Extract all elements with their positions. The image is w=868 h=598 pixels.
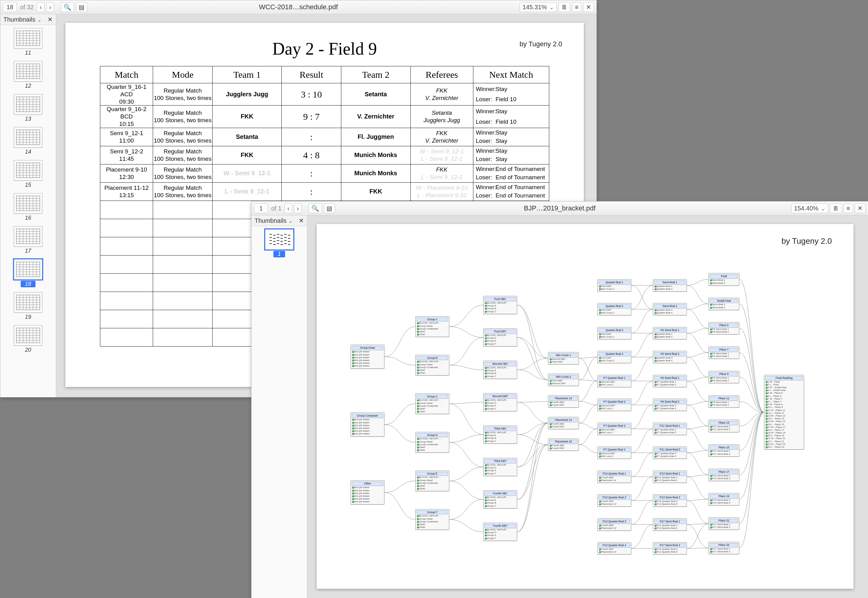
close-thumbnails-button[interactable]: ✕ [299,217,304,224]
bracket-node-line: P7 Quarter-final 1 [654,380,686,383]
close-thumbnails-button[interactable]: ✕ [48,16,53,23]
bracket-node-title: Group D [417,433,448,438]
page-view-button[interactable]: 🗎 [830,203,842,213]
bracket-ranking-line: 7 W - Place 7 [765,398,803,400]
bracket-node-line: Quarter-final 3 [654,309,686,311]
close-button[interactable]: ✕ [583,2,594,12]
bracket-node: P11 Semi-final 2P7 Quarter-final 3P7 Qua… [653,447,687,459]
bracket-node-line: Group E [484,339,516,342]
bracket-node: P13 Quarter-final 4Fourth DEFPlacement 1… [598,542,631,555]
bracket-node-line: P11 Semi-final 1 [710,425,738,428]
next-page-button[interactable]: › [294,203,302,213]
bracket-node-title: Group Draw [352,346,383,350]
bracket-node-line: Group E [484,404,516,407]
thumbnail-page-20[interactable]: 20 [13,325,43,353]
thumbnail-page-1[interactable]: 1 [264,229,294,257]
bracket-node: P13 Semi-final 1P13 Quarter-final 1P13 Q… [653,471,687,483]
bracket-node: Second DEFBLOOD, HM NJP…Group DGroup EGr… [483,393,517,411]
thumbnail-label: 18 [21,281,36,287]
thumbnail-page-19[interactable]: 19 [13,292,43,320]
thumbnails-header: Thumbnails ✕ [251,215,307,226]
menu-button[interactable]: ≡ [572,2,581,12]
byline: by Tugeny 2.0 [520,40,562,48]
bracket-ranking-line: 6 L - Place 5 [765,395,803,398]
bracket-node: P9 Semi-final 1P7 Quarter-final 1P7 Quar… [653,375,687,387]
bracket-node-title: Fourth DEF [484,524,516,528]
next-page-button[interactable]: › [46,2,54,12]
prev-page-button[interactable]: ‹ [284,203,292,213]
page-number-input[interactable]: 1 [254,203,268,213]
zoom-dropdown[interactable]: 145.31% [520,2,557,12]
bracket-node-line: BLOOD, HM NJP… [484,431,516,434]
bracket-node-line: P13 Quarter-final 1 [654,524,686,527]
bracket-node: P7 Quarter-final 2Second DEFWin Loss 1 [598,399,631,411]
chevron-down-icon[interactable] [288,217,293,224]
sidebar-toggle-button[interactable]: ▤ [324,203,335,213]
chevron-down-icon[interactable] [37,16,42,23]
bracket-node-line: BLOOD, HM NJP… [484,302,516,304]
bracket-node-title: Semi-final 1 [654,281,686,285]
bracket-ranking-line: 8 L - Place 7 [765,400,803,403]
prev-page-button[interactable]: ‹ [37,2,45,12]
thumbnail-page-11[interactable]: 11 [13,28,43,56]
bracket-node-line: BLOOD, HM NJP… [484,366,516,369]
sidebar-toggle-button[interactable]: ▤ [76,2,87,12]
thumbnail-label: 15 [25,182,31,188]
page-view-button[interactable]: 🗎 [559,2,570,12]
bracket-node-line: P7 Quarter-final 4 [654,455,686,457]
bracket-node-line: Group C [484,440,516,443]
thumbnail-page-16[interactable]: 16 [13,193,43,221]
table-row: Quarter 9_16-2 BCD10:15Regular Match100 … [100,106,549,128]
bracket-node-title: Group C [417,395,448,399]
zoom-dropdown[interactable]: 154.40% [791,203,828,213]
bracket-node: P5 Semi-final 2Quarter-final 3Quarter-fi… [653,351,687,363]
close-button[interactable]: ✕ [855,203,865,213]
thumbnails-list[interactable]: 11121314151617181920 [0,25,56,397]
menu-button[interactable]: ≡ [844,203,853,213]
bracket-ranking-line: 24 L - Place 23 [765,446,803,448]
table-row: Placement 11-1213:15Regular Match100 Sto… [100,182,549,200]
bracket-node-title: P17 Semi-final 2 [654,543,686,548]
thumbnail-page-13[interactable]: 13 [13,94,43,122]
bracket-node-line: Semi-final 2 [710,282,738,284]
bracket-node-line: Placement 13 [599,503,630,505]
bracket-node-title: Quarter-final 4 [599,352,630,356]
pdf-window-bracket: 1 of 1 ‹ › 🔍 ▤ BJP…2019_bracket.pdf 154.… [251,201,868,598]
byline: by Tugeny 2.0 [781,236,832,246]
bracket-node-title: Pool ABC [484,297,516,302]
thumbnail-page-14[interactable]: 14 [13,127,43,155]
thumbnail-label: 19 [25,314,31,320]
bracket-node-line: Not yet drawn [352,500,383,503]
bracket-node-title: Place 9 [710,372,738,377]
bracket-node-line: First ABC [599,333,630,335]
bracket-node-title: Win Cross 2 [549,375,578,379]
bracket-node-line: Quarter-final 2 [654,335,686,338]
bracket-node: Group FBLOOD, HM NJP…Group HeadGroup Con… [415,509,449,530]
search-button[interactable]: 🔍 [61,2,74,12]
bracket-node-line: Not yet drawn [352,362,383,365]
bracket-node: Small FinalSemi-final 1Semi-final 2 [708,298,740,310]
bracket-node-line: Other [417,410,448,413]
bracket-node: Pool DEFBLOOD, HM NJP…Group DGroup EGrou… [483,328,517,347]
bracket-node: P7 Quarter-final 1Second ABCWin Loss 2 [598,375,631,387]
thumbnail-page-15[interactable]: 15 [13,160,43,188]
page-area[interactable]: by Tugeny 2.0 Group DrawNot yet drawnNot… [307,215,868,598]
chevron-down-icon [821,205,825,212]
bracket-node-title: Place 23 [710,543,738,547]
bracket-node-line: Other [417,330,448,333]
thumbnail-page-12[interactable]: 12 [13,61,43,89]
thumbnail-page-18[interactable]: 18 [13,259,43,287]
bracket-node-line: BLOOD, HM NJP… [417,360,448,363]
bracket-node-line: P11 Semi-final 2 [710,453,738,456]
bracket-node-line: Group Contender [417,327,448,330]
thumbnail-page-17[interactable]: 17 [13,226,43,254]
bracket-node-title: Group B [417,356,448,360]
bracket-node-title: P9 Semi-final 2 [654,400,686,404]
search-button[interactable]: 🔍 [309,203,322,213]
thumbnails-list[interactable]: 1 [251,226,307,598]
bracket-node: Semi-final 1Quarter-final 1Quarter-final… [653,279,687,292]
bracket-node-line: Placement 14 [599,550,630,553]
bracket-node-title: Final Ranking [765,376,803,380]
bracket-node-line: Group B [484,372,516,375]
page-number-input[interactable]: 18 [3,2,17,12]
